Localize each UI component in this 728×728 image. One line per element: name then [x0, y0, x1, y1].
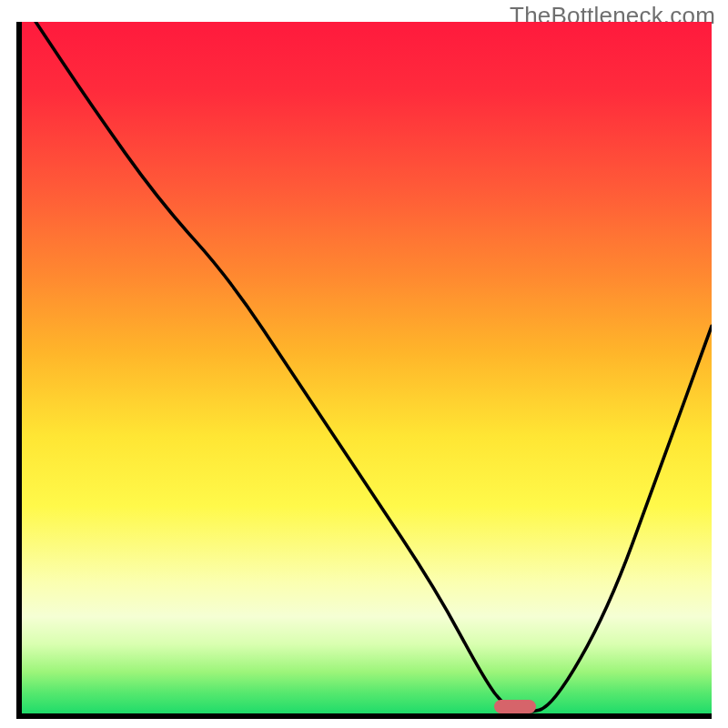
axes-border — [16, 22, 712, 719]
bottleneck-chart: TheBottleneck.com — [0, 0, 728, 728]
